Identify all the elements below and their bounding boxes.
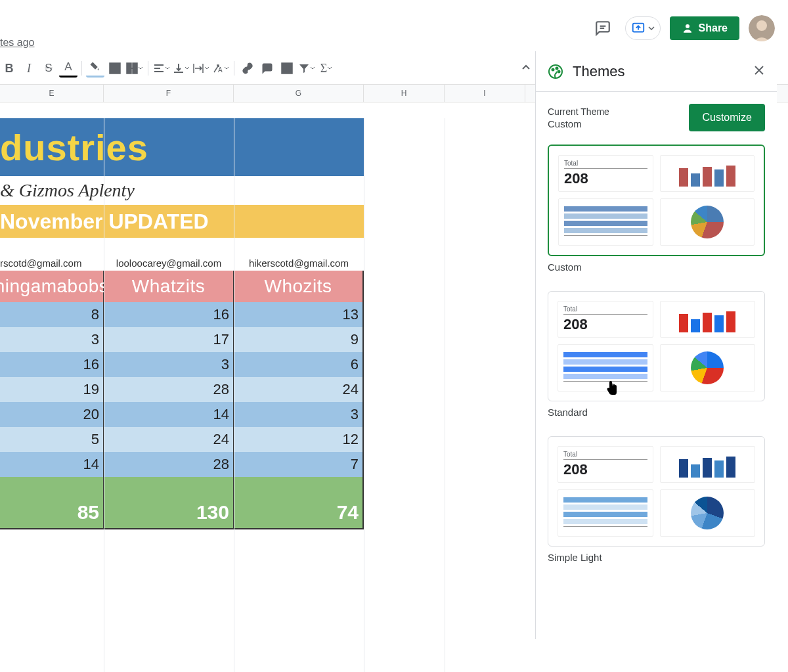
avatar[interactable] <box>749 15 775 41</box>
comment-button[interactable] <box>258 59 276 78</box>
filter-button[interactable] <box>297 59 316 78</box>
person-icon <box>682 22 693 34</box>
themes-panel: Themes Current Theme Custom Customize To… <box>535 51 777 639</box>
col-header[interactable]: F <box>104 85 234 102</box>
svg-rect-19 <box>284 68 285 72</box>
comments-icon[interactable] <box>590 15 616 41</box>
svg-point-23 <box>552 68 554 70</box>
theme-label: Simple Light <box>548 552 765 563</box>
col-header[interactable]: G <box>234 85 364 102</box>
italic-button[interactable]: I <box>20 59 38 78</box>
current-theme-label: Current Theme <box>548 106 609 117</box>
text-color-button[interactable]: A <box>59 59 77 78</box>
theme-card-simple-light[interactable]: Total208 <box>548 436 765 547</box>
merge-button[interactable] <box>125 59 144 78</box>
strike-button[interactable]: S <box>39 59 58 78</box>
svg-point-24 <box>556 67 558 69</box>
theme-card-custom[interactable]: Total208 <box>548 145 765 256</box>
chevron-down-icon <box>648 25 655 32</box>
col-header[interactable]: H <box>364 85 445 102</box>
format-toolbar: B I S A A Σ <box>0 58 336 79</box>
close-button[interactable] <box>753 64 765 79</box>
svg-point-3 <box>686 24 690 28</box>
fill-color-button[interactable] <box>86 59 104 78</box>
svg-point-25 <box>558 70 560 72</box>
wrap-button[interactable] <box>192 59 210 78</box>
borders-button[interactable] <box>106 59 124 78</box>
link-button[interactable] <box>238 59 257 78</box>
theme-label: Standard <box>548 407 765 418</box>
svg-text:A: A <box>218 66 223 74</box>
share-label: Share <box>699 22 728 34</box>
theme-label: Custom <box>548 261 765 273</box>
col-header[interactable]: I <box>445 85 525 102</box>
palette-icon <box>548 64 563 79</box>
present-button[interactable] <box>625 16 661 40</box>
share-button[interactable]: Share <box>670 16 739 40</box>
h-align-button[interactable] <box>152 59 171 78</box>
collapse-toolbar-button[interactable] <box>520 62 532 76</box>
col-header[interactable]: E <box>0 85 104 102</box>
svg-rect-20 <box>286 66 288 72</box>
chart-button[interactable] <box>278 59 296 78</box>
chevron-down-icon <box>138 66 143 71</box>
functions-button[interactable]: Σ <box>317 59 336 78</box>
topbar: Share <box>0 11 788 45</box>
v-align-button[interactable] <box>172 59 190 78</box>
bold-button[interactable]: B <box>0 59 18 78</box>
svg-rect-21 <box>289 67 290 72</box>
customize-button[interactable]: Customize <box>689 104 765 131</box>
panel-title: Themes <box>573 63 744 80</box>
current-theme-value: Custom <box>548 118 609 129</box>
rotate-button[interactable]: A <box>211 59 230 78</box>
theme-card-standard[interactable]: Total208 <box>548 291 765 401</box>
